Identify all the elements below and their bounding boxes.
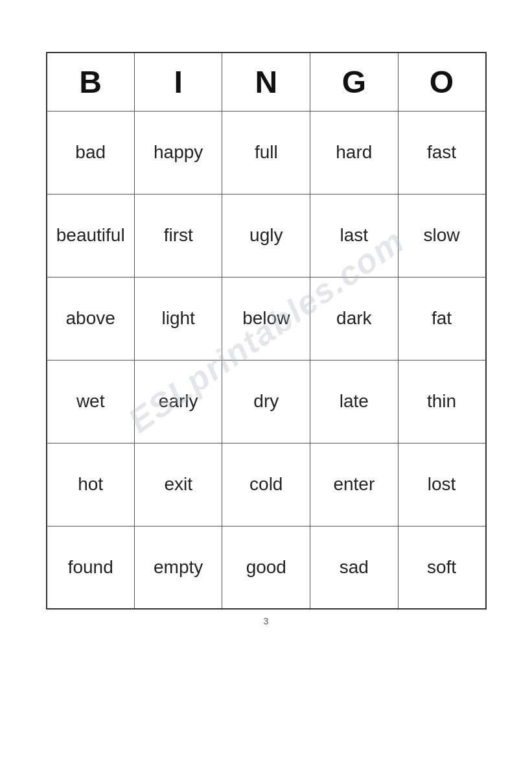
- cell-soft: soft: [398, 526, 485, 609]
- bingo-card: ESLprintables.com B I N G O bad happy fu…: [46, 52, 487, 610]
- cell-fat: fat: [398, 277, 485, 360]
- header-n: N: [222, 53, 310, 111]
- cell-thin: thin: [398, 360, 485, 443]
- cell-hot: hot: [47, 443, 135, 526]
- cell-cold: cold: [222, 443, 310, 526]
- cell-happy: happy: [134, 111, 222, 194]
- cell-good: good: [222, 526, 310, 609]
- cell-dark: dark: [310, 277, 398, 360]
- header-b: B: [47, 53, 135, 111]
- bingo-table: B I N G O bad happy full hard fast beaut…: [46, 52, 487, 610]
- table-row: hot exit cold enter lost: [47, 443, 486, 526]
- cell-beautiful: beautiful: [47, 194, 135, 277]
- cell-early: early: [134, 360, 222, 443]
- cell-lost: lost: [398, 443, 485, 526]
- cell-bad: bad: [47, 111, 135, 194]
- table-row: found empty good sad soft: [47, 526, 486, 609]
- cell-hard: hard: [310, 111, 398, 194]
- header-i: I: [134, 53, 222, 111]
- header-row: B I N G O: [47, 53, 486, 111]
- table-row: beautiful first ugly last slow: [47, 194, 486, 277]
- cell-wet: wet: [47, 360, 135, 443]
- page-number: 3: [264, 616, 269, 626]
- cell-dry: dry: [222, 360, 310, 443]
- header-g: G: [310, 53, 398, 111]
- table-row: wet early dry late thin: [47, 360, 486, 443]
- cell-first: first: [134, 194, 222, 277]
- table-row: bad happy full hard fast: [47, 111, 486, 194]
- cell-fast: fast: [398, 111, 485, 194]
- cell-below: below: [222, 277, 310, 360]
- header-o: O: [398, 53, 485, 111]
- cell-last: last: [310, 194, 398, 277]
- cell-found: found: [47, 526, 135, 609]
- cell-enter: enter: [310, 443, 398, 526]
- cell-slow: slow: [398, 194, 485, 277]
- table-row: above light below dark fat: [47, 277, 486, 360]
- cell-sad: sad: [310, 526, 398, 609]
- cell-ugly: ugly: [222, 194, 310, 277]
- cell-late: late: [310, 360, 398, 443]
- cell-above: above: [47, 277, 135, 360]
- cell-empty: empty: [134, 526, 222, 609]
- cell-full: full: [222, 111, 310, 194]
- cell-exit: exit: [134, 443, 222, 526]
- cell-light: light: [134, 277, 222, 360]
